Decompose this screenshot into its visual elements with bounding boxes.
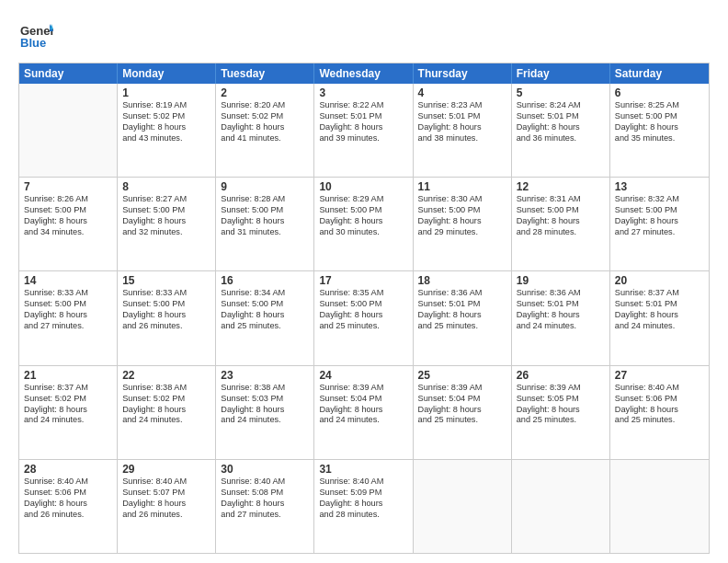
cell-text-line: Sunset: 5:01 PM (418, 111, 506, 122)
cell-text-line: Sunset: 5:04 PM (418, 394, 506, 405)
cell-text-line: Sunset: 5:09 PM (319, 488, 407, 499)
cell-text-line: and 25 minutes. (418, 321, 506, 332)
calendar-week-3: 14Sunrise: 8:33 AMSunset: 5:00 PMDayligh… (19, 270, 709, 364)
day-number: 17 (319, 274, 407, 287)
cell-text-line: and 26 minutes. (122, 321, 210, 332)
day-number: 9 (221, 180, 309, 193)
cell-text-line: Sunset: 5:08 PM (221, 488, 309, 499)
cell-text-line: Sunset: 5:00 PM (221, 299, 309, 310)
weekday-header-thursday: Thursday (414, 63, 512, 84)
day-cell-9: 9Sunrise: 8:28 AMSunset: 5:00 PMDaylight… (216, 178, 314, 270)
cell-text-line: Sunrise: 8:28 AM (221, 194, 309, 205)
day-cell-22: 22Sunrise: 8:38 AMSunset: 5:02 PMDayligh… (118, 366, 216, 459)
cell-text-line: Daylight: 8 hours (122, 216, 210, 227)
cell-text-line: Sunrise: 8:23 AM (418, 100, 506, 111)
cell-text-line: and 31 minutes. (221, 227, 309, 238)
cell-text-line: Sunset: 5:00 PM (24, 205, 112, 216)
cell-text-line: Sunset: 5:01 PM (517, 299, 605, 310)
day-number: 26 (517, 369, 605, 382)
cell-text-line: Sunrise: 8:40 AM (24, 477, 112, 488)
weekday-header-monday: Monday (118, 63, 216, 84)
cell-text-line: Daylight: 8 hours (122, 405, 210, 416)
cell-text-line: and 27 minutes. (221, 510, 309, 521)
day-cell-13: 13Sunrise: 8:32 AMSunset: 5:00 PMDayligh… (610, 178, 709, 270)
cell-text-line: Sunset: 5:03 PM (221, 394, 309, 405)
day-number: 25 (418, 369, 506, 382)
cell-text-line: and 26 minutes. (24, 510, 112, 521)
page: General Blue SundayMondayTuesdayWednesda… (0, 0, 728, 563)
cell-text-line: Sunrise: 8:32 AM (615, 194, 704, 205)
cell-text-line: Sunset: 5:01 PM (319, 111, 407, 122)
cell-text-line: Sunset: 5:00 PM (221, 205, 309, 216)
cell-text-line: Sunrise: 8:40 AM (319, 477, 407, 488)
day-number: 12 (517, 180, 605, 193)
day-cell-19: 19Sunrise: 8:36 AMSunset: 5:01 PMDayligh… (512, 271, 610, 364)
cell-text-line: Sunrise: 8:40 AM (221, 477, 309, 488)
logo: General Blue (18, 17, 53, 55)
calendar-week-1: 1Sunrise: 8:19 AMSunset: 5:02 PMDaylight… (19, 84, 709, 177)
cell-text-line: Sunset: 5:04 PM (319, 394, 407, 405)
cell-text-line: Sunrise: 8:19 AM (122, 100, 210, 111)
cell-text-line: Daylight: 8 hours (418, 216, 506, 227)
day-number: 31 (319, 463, 407, 476)
cell-text-line: and 25 minutes. (221, 321, 309, 332)
cell-text-line: Daylight: 8 hours (24, 310, 112, 321)
weekday-header-friday: Friday (512, 63, 610, 84)
day-number: 19 (517, 274, 605, 287)
cell-text-line: Daylight: 8 hours (418, 310, 506, 321)
weekday-header-tuesday: Tuesday (216, 63, 314, 84)
cell-text-line: and 26 minutes. (122, 510, 210, 521)
cell-text-line: Sunrise: 8:30 AM (418, 194, 506, 205)
cell-text-line: Sunset: 5:00 PM (122, 299, 210, 310)
cell-text-line: and 43 minutes. (122, 133, 210, 144)
day-cell-4: 4Sunrise: 8:23 AMSunset: 5:01 PMDaylight… (414, 84, 512, 177)
empty-cell (512, 460, 610, 553)
day-cell-27: 27Sunrise: 8:40 AMSunset: 5:06 PMDayligh… (610, 366, 709, 459)
weekday-header-saturday: Saturday (610, 63, 709, 84)
empty-cell (610, 460, 709, 553)
cell-text-line: Sunset: 5:06 PM (615, 394, 704, 405)
day-number: 24 (319, 369, 407, 382)
day-cell-8: 8Sunrise: 8:27 AMSunset: 5:00 PMDaylight… (118, 178, 216, 270)
cell-text-line: Daylight: 8 hours (319, 310, 407, 321)
day-number: 11 (418, 180, 506, 193)
day-cell-20: 20Sunrise: 8:37 AMSunset: 5:01 PMDayligh… (610, 271, 709, 364)
day-number: 10 (319, 180, 407, 193)
cell-text-line: and 24 minutes. (24, 415, 112, 426)
cell-text-line: and 24 minutes. (221, 415, 309, 426)
cell-text-line: Sunrise: 8:38 AM (122, 383, 210, 394)
cell-text-line: Daylight: 8 hours (319, 405, 407, 416)
day-cell-1: 1Sunrise: 8:19 AMSunset: 5:02 PMDaylight… (118, 84, 216, 177)
cell-text-line: Daylight: 8 hours (615, 122, 704, 133)
day-cell-18: 18Sunrise: 8:36 AMSunset: 5:01 PMDayligh… (414, 271, 512, 364)
empty-cell (19, 84, 118, 177)
logo-icon: General Blue (18, 17, 53, 52)
cell-text-line: Sunset: 5:00 PM (122, 205, 210, 216)
cell-text-line: Sunrise: 8:31 AM (517, 194, 605, 205)
cell-text-line: Sunrise: 8:33 AM (122, 288, 210, 299)
cell-text-line: Sunrise: 8:40 AM (615, 383, 704, 394)
cell-text-line: Daylight: 8 hours (319, 499, 407, 510)
cell-text-line: Sunrise: 8:39 AM (319, 383, 407, 394)
cell-text-line: and 27 minutes. (24, 321, 112, 332)
day-cell-14: 14Sunrise: 8:33 AMSunset: 5:00 PMDayligh… (19, 271, 118, 364)
day-number: 5 (517, 86, 605, 99)
day-cell-6: 6Sunrise: 8:25 AMSunset: 5:00 PMDaylight… (610, 84, 709, 177)
day-number: 21 (24, 369, 112, 382)
cell-text-line: Daylight: 8 hours (418, 405, 506, 416)
cell-text-line: Sunrise: 8:27 AM (122, 194, 210, 205)
cell-text-line: Sunset: 5:02 PM (221, 111, 309, 122)
cell-text-line: Daylight: 8 hours (319, 122, 407, 133)
day-number: 22 (122, 369, 210, 382)
cell-text-line: Sunrise: 8:25 AM (615, 100, 704, 111)
cell-text-line: and 32 minutes. (122, 227, 210, 238)
cell-text-line: and 30 minutes. (319, 227, 407, 238)
cell-text-line: and 39 minutes. (319, 133, 407, 144)
cell-text-line: Sunrise: 8:40 AM (122, 477, 210, 488)
cell-text-line: Sunrise: 8:39 AM (517, 383, 605, 394)
day-number: 23 (221, 369, 309, 382)
cell-text-line: and 24 minutes. (517, 321, 605, 332)
cell-text-line: Sunrise: 8:37 AM (615, 288, 704, 299)
day-number: 8 (122, 180, 210, 193)
day-number: 3 (319, 86, 407, 99)
